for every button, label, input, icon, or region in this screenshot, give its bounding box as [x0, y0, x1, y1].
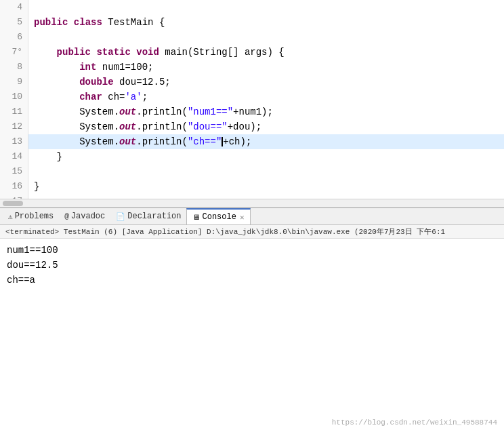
tab-problems-label: Problems [15, 212, 54, 221]
code-line-5: 5 public class TestMain { [0, 15, 504, 30]
code-line-12: 12 System.out.println("dou=="+dou); [0, 119, 504, 134]
line-number-11: 11 [0, 104, 28, 119]
tab-console[interactable]: 🖥 Console ✕ [186, 208, 250, 224]
tab-problems[interactable]: ⚠ Problems [3, 208, 59, 224]
console-line-1: num1==100 [7, 243, 497, 258]
code-line-11: 11 System.out.println("num1=="+num1); [0, 104, 504, 119]
code-lines: 4 5 public class TestMain { 6 7° public … [0, 0, 504, 199]
console-output: num1==100 dou==12.5 ch==a [0, 239, 504, 292]
line-number-9: 9 [0, 75, 28, 90]
console-header: <terminated> TestMain (6) [Java Applicat… [0, 225, 504, 239]
line-content-5: public class TestMain { [28, 15, 504, 30]
editor-area: 4 5 public class TestMain { 6 7° public … [0, 0, 504, 208]
line-number-10: 10 [0, 90, 28, 104]
code-line-17: 17 [0, 194, 504, 199]
line-content-12: System.out.println("dou=="+dou); [28, 119, 504, 134]
code-line-14: 14 } [0, 149, 504, 164]
code-line-10: 10 char ch='a'; [0, 90, 504, 104]
line-content-10: char ch='a'; [28, 90, 504, 104]
line-number-14: 14 [0, 149, 28, 164]
tab-console-label: Console [202, 212, 236, 222]
line-number-13: 13 [0, 134, 28, 149]
declaration-icon: 📄 [116, 212, 125, 221]
tab-javadoc[interactable]: @ Javadoc [59, 208, 110, 224]
line-content-13: System.out.println("ch=="+ch); [28, 134, 504, 149]
code-line-4: 4 [0, 0, 504, 15]
line-number-17: 17 [0, 194, 28, 199]
watermark: https://blog.csdn.net/weixin_49588744 [332, 418, 497, 427]
console-icon: 🖥 [192, 213, 200, 222]
line-number-15: 15 [0, 164, 28, 179]
line-content-11: System.out.println("num1=="+num1); [28, 104, 504, 119]
console-line-2: dou==12.5 [7, 258, 497, 273]
console-close-x: ✕ [240, 213, 245, 222]
code-line-9: 9 double dou=12.5; [0, 75, 504, 90]
bottom-tabs: ⚠ Problems @ Javadoc 📄 Declaration 🖥 Con… [0, 208, 504, 225]
code-line-13: 13 System.out.println("ch=="+ch); [0, 134, 504, 149]
line-number-8: 8 [0, 60, 28, 75]
code-line-7: 7° public static void main(String[] args… [0, 45, 504, 60]
code-line-15: 15 [0, 164, 504, 179]
line-number-4: 4 [0, 0, 28, 15]
line-content-7: public static void main(String[] args) { [28, 45, 504, 60]
tab-javadoc-label: Javadoc [71, 212, 105, 221]
line-content-14: } [28, 149, 504, 164]
line-content-16: } [28, 179, 504, 194]
code-line-6: 6 [0, 30, 504, 45]
javadoc-icon: @ [64, 212, 69, 220]
code-line-16: 16 } [0, 179, 504, 194]
horizontal-scrollbar[interactable] [0, 199, 504, 207]
line-number-5: 5 [0, 15, 28, 30]
line-content-9: double dou=12.5; [28, 75, 504, 90]
line-content-8: int num1=100; [28, 60, 504, 75]
line-number-16: 16 [0, 179, 28, 194]
console-wrapper: <terminated> TestMain (6) [Java Applicat… [0, 225, 504, 432]
problems-icon: ⚠ [8, 212, 13, 221]
console-line-3: ch==a [7, 273, 497, 288]
tab-declaration[interactable]: 📄 Declaration [110, 208, 186, 224]
line-number-6: 6 [0, 30, 28, 45]
code-line-8: 8 int num1=100; [0, 60, 504, 75]
scrollbar-thumb[interactable] [3, 201, 23, 206]
console-area: <terminated> TestMain (6) [Java Applicat… [0, 225, 504, 292]
line-number-12: 12 [0, 119, 28, 134]
tab-declaration-label: Declaration [127, 212, 181, 221]
code-container: 4 5 public class TestMain { 6 7° public … [0, 0, 504, 199]
line-number-7: 7° [0, 45, 28, 60]
